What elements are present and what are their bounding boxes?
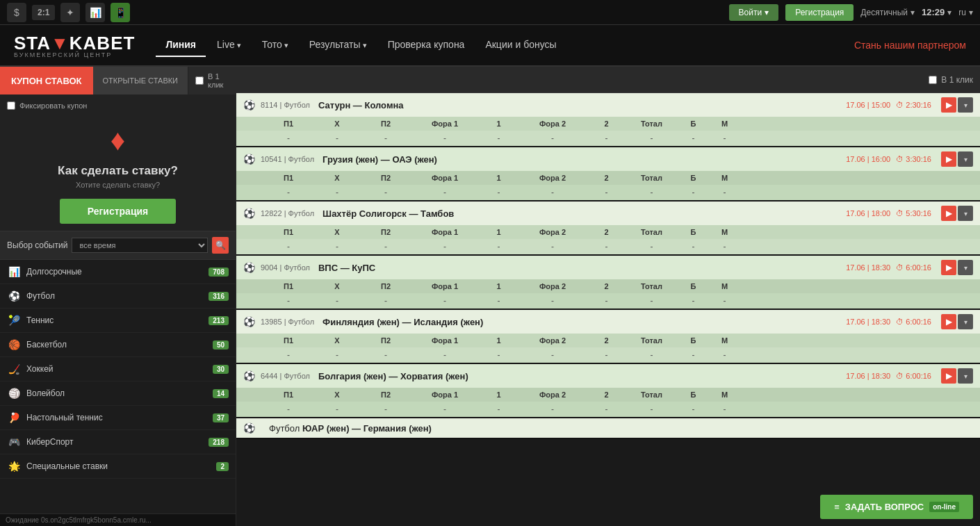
coupon-diamond-icon: ♦	[111, 124, 125, 157]
sport-item-футбол[interactable]: ⚽ Футбол 316	[0, 284, 236, 309]
match-header[interactable]: ⚽ 13985 | Футбол Финляндия (жен) — Ислан…	[236, 310, 980, 334]
expand-button[interactable]: ▶	[941, 97, 956, 113]
match-header[interactable]: ⚽ 10541 | Футбол Грузия (жен) — ОАЭ (жен…	[236, 147, 980, 171]
collapse-button[interactable]: ▾	[958, 260, 973, 275]
expand-button[interactable]: ▶	[941, 151, 956, 167]
search-button[interactable]: 🔍	[212, 237, 229, 254]
stats-icon[interactable]: 📊	[85, 3, 105, 22]
sport-list: 📊 Долгосрочные 708 ⚽ Футбол 316 🎾 Теннис…	[0, 260, 236, 513]
sport-item-баскетбол[interactable]: 🏀 Баскетбол 50	[0, 333, 236, 357]
chevron-down-icon: ▾	[969, 8, 973, 17]
sport-item-специальные-ставки[interactable]: 🌟 Специальные ставки 2	[0, 454, 236, 479]
lang-selector[interactable]: ru ▾	[958, 8, 973, 17]
phone-icon[interactable]: 📱	[111, 3, 130, 22]
odds-val-8: -	[678, 242, 709, 252]
logo-text: STA▼KABET	[14, 33, 135, 54]
nav-results[interactable]: Результаты	[300, 33, 377, 57]
expand-button[interactable]: ▶	[941, 368, 956, 384]
sport-count: 30	[213, 365, 229, 374]
sport-item-хоккей[interactable]: 🏒 Хоккей 30	[0, 357, 236, 381]
sport-item-волейбол[interactable]: 🏐 Волейбол 14	[0, 381, 236, 406]
collapse-button[interactable]: ▾	[958, 206, 973, 221]
odds-col-2: П2	[361, 282, 410, 290]
fix-coupon-checkbox[interactable]	[7, 101, 15, 110]
match-header-partial[interactable]: ⚽ Футбол ЮАР (жен) — Германия (жен)	[236, 418, 980, 438]
sport-name: Хоккей	[26, 364, 207, 374]
odds-val-2: -	[361, 133, 410, 143]
one-click-header: В 1 клик	[929, 75, 973, 85]
sport-count: 213	[209, 316, 229, 325]
odds-val-9: -	[709, 242, 740, 252]
odds-val-8: -	[678, 133, 709, 143]
odds-col-0: П1	[264, 228, 313, 236]
coupon-header: КУПОН СТАВОК ОТКРЫТЫЕ СТАВКИ В 1 клик	[0, 67, 236, 94]
expand-button[interactable]: ▶	[941, 314, 956, 329]
coupon-register-button[interactable]: Регистрация	[60, 199, 177, 224]
nav-liniya[interactable]: Линия	[156, 33, 206, 57]
odds-col-6: 2	[587, 228, 626, 236]
collapse-button[interactable]: ▾	[958, 314, 973, 329]
match-countdown: ⏱ 5:30:16	[896, 209, 931, 217]
one-click-checkbox[interactable]	[195, 76, 204, 85]
odds-col-1: X	[313, 336, 361, 345]
sport-item-долгосрочные[interactable]: 📊 Долгосрочные 708	[0, 260, 236, 284]
odds-val-6: -	[587, 188, 626, 197]
odds-val-8: -	[678, 296, 709, 306]
decimal-settings[interactable]: Десятичный ▾	[860, 8, 915, 17]
collapse-button[interactable]: ▾	[958, 368, 973, 384]
chat-button[interactable]: ≡ ЗАДАТЬ ВОПРОС on-line	[820, 495, 973, 519]
expand-button[interactable]: ▶	[941, 206, 956, 221]
odds-col-4: 1	[480, 282, 518, 290]
sport-icon: 🎮	[7, 435, 21, 449]
register-button[interactable]: Регистрация	[785, 4, 854, 21]
odds-col-6: 2	[587, 336, 626, 345]
expand-button[interactable]: ▶	[941, 260, 956, 275]
nav-live[interactable]: Live	[207, 33, 251, 57]
chevron-down-icon: ▾	[947, 8, 952, 17]
match-id: 6444 | Футбол	[261, 372, 310, 380]
match-block-8114: ⚽ 8114 | Футбол Сатурн — Коломна 17.06 |…	[236, 93, 980, 147]
match-name: Футбол ЮАР (жен) — Германия (жен)	[269, 423, 973, 434]
time-display: 12:29 ▾	[922, 7, 952, 17]
nav-bonuses[interactable]: Акции и бонусы	[475, 33, 566, 57]
match-header[interactable]: ⚽ 9004 | Футбол ВПС — КуПС 17.06 | 18:30…	[236, 256, 980, 279]
nav-toto[interactable]: Тото	[252, 33, 298, 57]
sport-count: 708	[209, 268, 229, 277]
open-bets-tab[interactable]: ОТКРЫТЫЕ СТАВКИ	[93, 67, 189, 94]
match-block-9004: ⚽ 9004 | Футбол ВПС — КуПС 17.06 | 18:30…	[236, 256, 980, 310]
star-icon[interactable]: ✦	[60, 3, 80, 22]
collapse-button[interactable]: ▾	[958, 97, 973, 113]
odds-val-2: -	[361, 242, 410, 252]
odds-col-6: 2	[587, 174, 626, 182]
odds-col-4: 1	[480, 120, 518, 128]
odds-values-row: ----------	[236, 239, 980, 254]
odds-col-4: 1	[480, 228, 518, 236]
sport-item-киберспорт[interactable]: 🎮 КиберСпорт 218	[0, 430, 236, 454]
login-button[interactable]: Войти ▾	[729, 4, 779, 21]
odds-col-3: Фора 1	[410, 282, 480, 290]
odds-col-8: Б	[678, 282, 709, 290]
odds-col-6: 2	[587, 120, 626, 128]
match-header[interactable]: ⚽ 12822 | Футбол Шахтёр Солигорск — Тамб…	[236, 202, 980, 225]
match-header[interactable]: ⚽ 6444 | Футбол Болгария (жен) — Хорвати…	[236, 364, 980, 388]
odds-col-9: М	[709, 174, 740, 182]
coupon-tab[interactable]: КУПОН СТАВОК	[0, 67, 93, 94]
odds-col-0: П1	[264, 174, 313, 182]
sport-icon: 🌟	[7, 459, 21, 473]
nav-check-coupon[interactable]: Проверка купона	[378, 33, 475, 57]
match-name: Сатурн — Коломна	[318, 100, 840, 110]
one-click-header-checkbox[interactable]	[929, 76, 937, 84]
sport-item-настольный-теннис[interactable]: 🏓 Настольный теннис 37	[0, 406, 236, 430]
match-header[interactable]: ⚽ 8114 | Футбол Сатурн — Коломна 17.06 |…	[236, 93, 980, 117]
coupon-body: Фиксировать купон ♦ Как сделать ставку? …	[0, 94, 236, 231]
partner-link[interactable]: Стань нашим партнером	[854, 40, 966, 51]
match-sport-icon: ⚽	[243, 262, 255, 273]
collapse-button[interactable]: ▾	[958, 151, 973, 167]
logo[interactable]: STA▼KABET БУКМЕКЕРСКИЙ ЦЕНТР	[14, 33, 135, 58]
coin-icon[interactable]: $	[7, 3, 26, 22]
sport-item-теннис[interactable]: 🎾 Теннис 213	[0, 309, 236, 333]
logo-v: ▼	[51, 33, 70, 54]
time-filter-dropdown[interactable]: все время	[72, 238, 208, 253]
odds-val-6: -	[587, 242, 626, 252]
odds-col-6: 2	[587, 391, 626, 399]
